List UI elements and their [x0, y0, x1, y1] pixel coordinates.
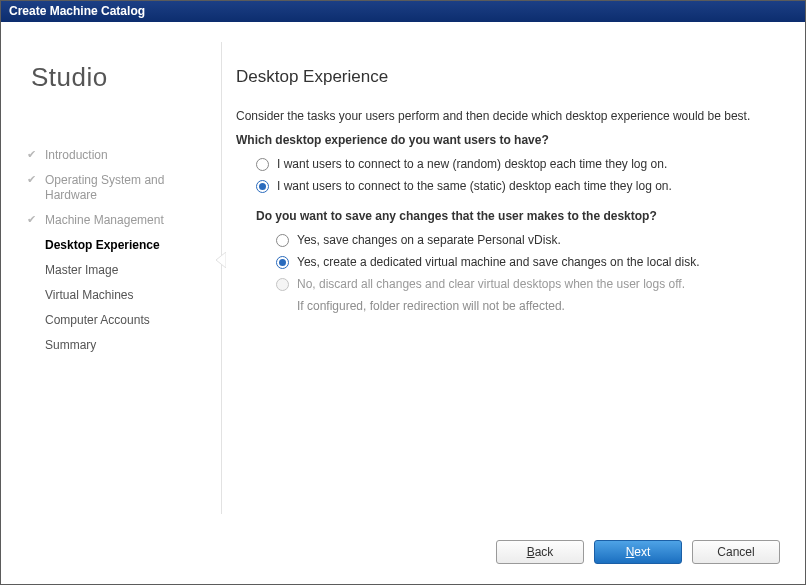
step-label: Desktop Experience: [45, 238, 160, 252]
page-intro: Consider the tasks your users perform an…: [236, 109, 785, 123]
option-label: Yes, save changes on a separate Personal…: [297, 233, 561, 247]
step-label: Machine Management: [45, 213, 164, 227]
step-computer-accounts[interactable]: Computer Accounts: [21, 308, 196, 333]
step-os-hardware[interactable]: Operating System and Hardware: [21, 168, 196, 208]
discard-hint: If configured, folder redirection will n…: [297, 299, 785, 313]
page-heading: Desktop Experience: [236, 67, 785, 87]
wizard-footer: Back Next Cancel: [496, 540, 780, 564]
window-title: Create Machine Catalog: [1, 1, 805, 22]
option-save-dedicated[interactable]: Yes, create a dedicated virtual machine …: [276, 255, 785, 269]
step-summary[interactable]: Summary: [21, 333, 196, 358]
radio-icon: [276, 256, 289, 269]
btn-rest: ext: [634, 545, 650, 559]
btn-rest: ack: [535, 545, 554, 559]
option-save-pvd[interactable]: Yes, save changes on a separate Personal…: [276, 233, 785, 247]
next-button[interactable]: Next: [594, 540, 682, 564]
option-label: No, discard all changes and clear virtua…: [297, 277, 685, 291]
step-machine-management[interactable]: Machine Management: [21, 208, 196, 233]
wizard-window: Create Machine Catalog Studio Introducti…: [0, 0, 806, 585]
step-desktop-experience[interactable]: Desktop Experience: [21, 233, 196, 258]
option-random-desktop[interactable]: I want users to connect to a new (random…: [256, 157, 785, 171]
option-label: Yes, create a dedicated virtual machine …: [297, 255, 699, 269]
step-label: Virtual Machines: [45, 288, 134, 302]
wizard-steps: Introduction Operating System and Hardwa…: [21, 143, 196, 358]
step-label: Summary: [45, 338, 96, 352]
step-virtual-machines[interactable]: Virtual Machines: [21, 283, 196, 308]
step-introduction[interactable]: Introduction: [21, 143, 196, 168]
radio-icon: [276, 234, 289, 247]
radio-icon: [256, 158, 269, 171]
step-label: Master Image: [45, 263, 118, 277]
wizard-sidebar: Studio Introduction Operating System and…: [21, 42, 206, 569]
wizard-content: Desktop Experience Consider the tasks yo…: [206, 42, 785, 569]
radio-icon: [256, 180, 269, 193]
question-save-changes: Do you want to save any changes that the…: [256, 209, 785, 223]
step-master-image[interactable]: Master Image: [21, 258, 196, 283]
back-button[interactable]: Back: [496, 540, 584, 564]
cancel-button[interactable]: Cancel: [692, 540, 780, 564]
radio-icon: [276, 278, 289, 291]
option-label: I want users to connect to the same (sta…: [277, 179, 672, 193]
option-label: I want users to connect to a new (random…: [277, 157, 667, 171]
step-label: Computer Accounts: [45, 313, 150, 327]
step-label: Introduction: [45, 148, 108, 162]
question-experience: Which desktop experience do you want use…: [236, 133, 785, 147]
brand-label: Studio: [31, 62, 196, 93]
option-static-desktop[interactable]: I want users to connect to the same (sta…: [256, 179, 785, 193]
step-label: Operating System and Hardware: [45, 173, 164, 202]
option-discard-changes[interactable]: No, discard all changes and clear virtua…: [276, 277, 785, 291]
